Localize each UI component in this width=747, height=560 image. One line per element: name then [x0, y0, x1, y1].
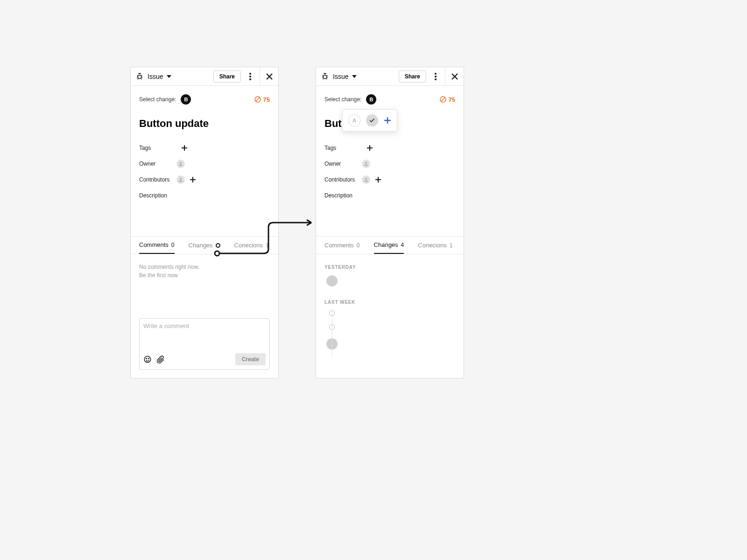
description-label: Description [139, 192, 176, 199]
description-row: Description [139, 188, 270, 203]
tab-comments-count: 0 [171, 242, 175, 248]
tab-connections-count: 1 [450, 242, 453, 249]
close-button[interactable] [260, 67, 278, 86]
attachment-icon[interactable] [156, 355, 165, 364]
section-last-week: LAST WEEK [324, 300, 455, 305]
owner-label: Owner [324, 161, 362, 167]
contributor-avatar-empty[interactable] [362, 175, 370, 184]
select-change-row: Select change: B 75 A [324, 94, 455, 105]
tab-comments-label: Comments [324, 242, 354, 249]
issue-panel-left: Issue Share Select change: B [130, 67, 279, 378]
svg-point-16 [365, 178, 367, 180]
contributors-label: Contributors [324, 176, 362, 183]
svg-point-0 [138, 75, 141, 79]
contributor-avatar-empty[interactable] [176, 175, 185, 184]
select-change-row: Select change: B 75 [139, 94, 270, 105]
svg-point-10 [323, 75, 327, 79]
owner-avatar-empty[interactable] [176, 160, 185, 168]
contributors-row: Contributors [139, 172, 270, 188]
add-contributor-button[interactable] [375, 176, 381, 183]
owner-row: Owner [139, 156, 270, 172]
score-value: 75 [449, 96, 455, 103]
change-option-a[interactable]: A [348, 114, 360, 126]
tab-connections-label: Conecions [418, 242, 446, 249]
tags-row: Tags [139, 140, 270, 156]
more-menu-button[interactable] [244, 70, 257, 83]
bug-icon [321, 72, 329, 81]
description-label: Description [324, 192, 362, 199]
issue-title[interactable]: Button update [139, 118, 270, 130]
tab-changes[interactable]: Changes [189, 237, 220, 254]
change-chip[interactable]: B [366, 94, 376, 105]
tab-changes-label: Changes [374, 241, 398, 248]
changes-pane: YESTERDAY LAST WEEK [316, 254, 464, 378]
type-label: Issue [333, 73, 348, 80]
svg-point-5 [180, 162, 182, 164]
score-icon [254, 96, 261, 103]
score: 75 [439, 96, 455, 103]
type-label: Issue [148, 73, 163, 80]
bug-icon [135, 72, 144, 81]
owner-label: Owner [139, 161, 176, 167]
timeline-last-week [324, 310, 455, 357]
comment-composer: Create [139, 318, 270, 370]
change-picker-popover: A [342, 109, 397, 132]
tab-changes-indicator-icon [216, 243, 220, 248]
tab-comments-label: Comments [139, 241, 169, 248]
add-contributor-button[interactable] [190, 176, 196, 183]
svg-point-8 [146, 358, 147, 359]
caret-down-icon [352, 74, 357, 79]
tab-comments[interactable]: Comments 0 [139, 237, 175, 254]
tabs-bar: Comments 0 Changes Conecions 1 [131, 236, 278, 254]
share-button[interactable]: Share [213, 70, 241, 83]
tab-changes-label: Changes [189, 242, 213, 249]
emoji-icon[interactable] [143, 355, 152, 364]
change-node[interactable] [326, 275, 338, 287]
share-button[interactable]: Share [399, 70, 426, 83]
type-selector[interactable]: Issue [131, 72, 213, 81]
svg-point-1 [249, 73, 251, 75]
description-row: Description [324, 188, 455, 203]
tabs-bar: Comments 0 Changes 4 Conecions 1 [316, 236, 464, 254]
panel-header: Issue Share [131, 67, 278, 86]
create-comment-button[interactable]: Create [235, 353, 266, 365]
score-value: 75 [263, 96, 270, 103]
select-change-label: Select change: [324, 96, 361, 103]
contributors-label: Contributors [139, 176, 176, 183]
score: 75 [254, 96, 270, 103]
tab-connections[interactable]: Conecions 1 [234, 237, 269, 254]
tags-row: Tags [324, 140, 455, 156]
add-tag-button[interactable] [366, 145, 373, 151]
comments-empty-line2: Be the first now [139, 271, 270, 280]
tab-comments[interactable]: Comments 0 [324, 237, 360, 254]
comments-pane: No comments right now. Be the first now … [131, 254, 278, 378]
tab-connections[interactable]: Conecions 1 [418, 237, 452, 254]
comments-empty-line1: No comments right now. [139, 263, 270, 271]
add-tag-button[interactable] [181, 145, 188, 151]
owner-avatar-empty[interactable] [362, 160, 370, 168]
timeline-yesterday [324, 275, 455, 289]
tab-changes[interactable]: Changes 4 [374, 237, 404, 254]
tab-connections-label: Conecions [234, 242, 263, 249]
close-button[interactable] [445, 67, 464, 86]
svg-point-15 [365, 162, 367, 164]
svg-point-7 [144, 356, 151, 363]
section-yesterday: YESTERDAY [324, 265, 455, 270]
change-chip[interactable]: B [181, 94, 191, 105]
select-change-label: Select change: [139, 96, 176, 103]
type-selector[interactable]: Issue [316, 72, 399, 81]
tags-label: Tags [139, 145, 176, 151]
owner-row: Owner [324, 156, 455, 172]
contributors-row: Contributors [324, 172, 455, 188]
svg-point-9 [148, 358, 149, 359]
tab-connections-count: 1 [266, 242, 269, 249]
svg-point-13 [435, 78, 437, 80]
more-menu-button[interactable] [429, 70, 442, 83]
tab-comments-count: 0 [357, 242, 360, 249]
comment-input[interactable] [143, 322, 266, 329]
svg-point-6 [180, 178, 182, 180]
add-change-button[interactable] [384, 117, 391, 124]
svg-point-3 [249, 78, 251, 80]
change-option-selected[interactable] [366, 114, 378, 126]
tab-changes-count: 4 [401, 242, 404, 248]
